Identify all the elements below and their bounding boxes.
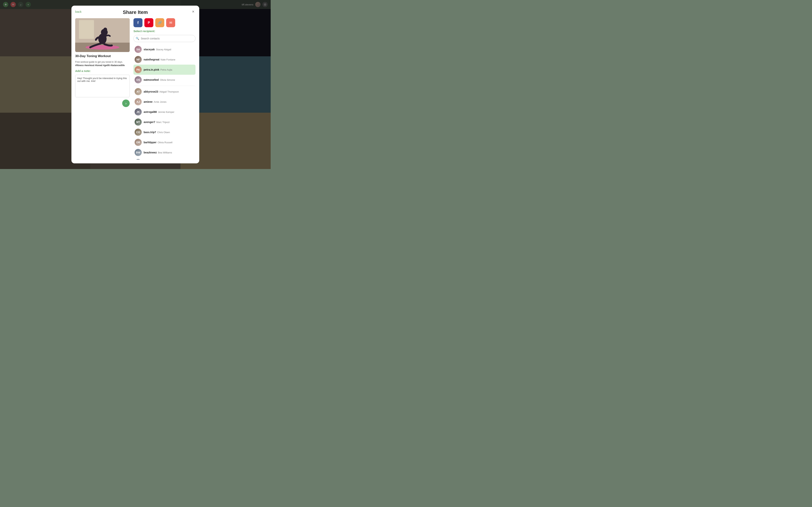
contact-realname: Abigail Thompson xyxy=(159,90,179,93)
contact-username: abbyrose23 xyxy=(144,90,158,93)
contacts-list: SAstaceyakStacey AbigailNFnatethegreatNa… xyxy=(134,44,196,160)
contact-username: avenger7 xyxy=(144,121,155,123)
recipient-label: Select recipient: xyxy=(134,30,196,33)
back-link[interactable]: back xyxy=(75,10,82,13)
contact-realname: Jennie Kemper xyxy=(158,111,174,113)
modal-overlay: back Share Item × xyxy=(0,0,271,169)
contact-info: beazkneezBea Williams xyxy=(144,151,172,154)
contact-item[interactable]: PApetra.in.pinkPetra Aujla xyxy=(134,65,196,75)
contact-info: natethegreatNate Fontane xyxy=(144,58,175,61)
contact-item[interactable]: NFnatethegreatNate Fontane xyxy=(134,54,196,65)
close-button[interactable]: × xyxy=(190,9,196,15)
search-contacts-input[interactable] xyxy=(134,35,196,42)
pinterest-button[interactable]: P xyxy=(144,18,153,27)
contact-item[interactable]: BWbeazkneezBea Williams xyxy=(134,148,196,158)
contact-item[interactable]: MTavenger7Marc Tripozi xyxy=(134,117,196,127)
contact-realname: Bea Williams xyxy=(158,151,172,154)
contact-item[interactable]: ATabbyrose23Abigail Thompson xyxy=(134,86,196,97)
send-arrow-icon: › xyxy=(125,101,127,106)
contact-username: amieee xyxy=(144,100,152,103)
contact-info: avenger7Marc Tripozi xyxy=(144,120,169,124)
contact-item[interactable]: JKastrogal88Jennie Kemper xyxy=(134,107,196,117)
contact-username: beazkneez xyxy=(144,151,157,154)
contact-avatar: JK xyxy=(135,108,142,115)
contact-info: petra.in.pinkPetra Aujla xyxy=(144,68,172,71)
contact-info: abbyrose23Abigail Thompson xyxy=(144,90,179,93)
contact-info: eatmovefeelOlivia Simone xyxy=(144,78,175,81)
pinterest-icon: P xyxy=(148,21,150,25)
search-magnifier-icon: 🔍 xyxy=(136,37,139,40)
contact-realname: Stacey Abigail xyxy=(156,48,171,51)
contact-realname: Olivia Simone xyxy=(160,78,175,81)
contact-info: bass.trip7Chris Olsen xyxy=(144,130,170,134)
send-button[interactable]: › xyxy=(122,100,130,107)
search-container: 🔍 xyxy=(134,35,196,42)
contact-username: bass.trip7 xyxy=(144,131,156,134)
contact-item[interactable]: AJamieeeAmie Jones xyxy=(134,97,196,107)
copy-link-button[interactable]: 🔗 xyxy=(155,18,164,27)
contact-info: astrogal88Jennie Kemper xyxy=(144,110,174,114)
contact-item[interactable]: OSeatmovefeelOlivia Simone xyxy=(134,75,196,85)
contact-username: astrogal88 xyxy=(144,110,157,113)
contact-item[interactable]: BKbrianbrianBrian Krass xyxy=(134,158,196,160)
contact-info: barh0pperOlivia Russell xyxy=(144,140,172,144)
modal-header: back Share Item × xyxy=(71,6,199,15)
contact-username: staceyak xyxy=(144,48,155,51)
note-textarea[interactable]: Hey! Thought you'd be interested in tryi… xyxy=(75,75,130,97)
contact-avatar: OS xyxy=(135,76,142,83)
right-panel: f P 🔗 ✉ Select recipient: 🔍 xyxy=(130,18,196,160)
item-image xyxy=(75,18,130,52)
facebook-button[interactable]: f xyxy=(134,18,143,27)
contact-item[interactable]: CObass.trip7Chris Olsen xyxy=(134,127,196,137)
contact-avatar: CO xyxy=(135,129,142,136)
contact-realname: Amie Jones xyxy=(154,101,166,103)
contact-info: amieeeAmie Jones xyxy=(144,100,166,104)
contact-username: petra.in.pink xyxy=(144,68,159,71)
link-icon: 🔗 xyxy=(158,21,162,25)
email-icon: ✉ xyxy=(169,21,172,25)
facebook-icon: f xyxy=(137,21,139,25)
contact-avatar: BK xyxy=(135,159,142,160)
share-modal: back Share Item × xyxy=(71,6,199,163)
contact-avatar: AT xyxy=(135,88,142,95)
item-title: 30-Day Toning Workout xyxy=(75,54,130,58)
contact-username: natethegreat xyxy=(144,58,159,61)
contact-item[interactable]: SAstaceyakStacey Abigail xyxy=(134,44,196,54)
svg-point-6 xyxy=(103,27,107,32)
contact-avatar: BW xyxy=(135,149,142,156)
contact-username: eatmovefeel xyxy=(144,78,159,81)
item-description: Free workout guide to get you toned in 3… xyxy=(75,60,130,67)
contact-realname: Chris Olsen xyxy=(157,131,170,134)
item-image-inner xyxy=(75,18,130,52)
contact-avatar: AJ xyxy=(135,98,142,105)
modal-body: 30-Day Toning Workout Free workout guide… xyxy=(71,15,199,163)
contact-realname: Marc Tripozi xyxy=(156,121,169,123)
contact-realname: Nate Fontane xyxy=(160,58,175,61)
share-icons: f P 🔗 ✉ xyxy=(134,18,196,27)
modal-title: Share Item xyxy=(76,9,195,15)
contact-avatar: NF xyxy=(135,56,142,63)
email-button[interactable]: ✉ xyxy=(166,18,175,27)
contact-info: staceyakStacey Abigail xyxy=(144,48,171,51)
contact-avatar: SA xyxy=(135,46,142,53)
left-panel: 30-Day Toning Workout Free workout guide… xyxy=(75,18,130,160)
contact-realname: Petra Aujla xyxy=(160,68,172,71)
note-label: Add a note: xyxy=(75,69,130,72)
contact-avatar: MT xyxy=(135,118,142,126)
svg-rect-2 xyxy=(79,20,94,39)
contact-avatar: OR xyxy=(135,139,142,146)
contact-avatar: PA xyxy=(135,66,142,73)
contact-realname: Olivia Russell xyxy=(157,141,172,144)
contact-item[interactable]: ORbarh0pperOlivia Russell xyxy=(134,137,196,148)
contact-username: barh0pper xyxy=(144,141,156,144)
